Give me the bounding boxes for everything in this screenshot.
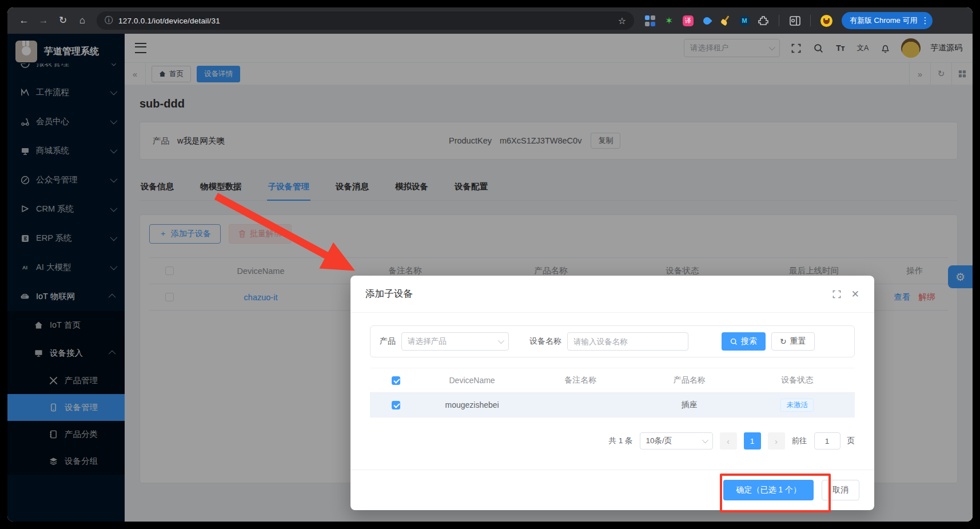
modal-header: 添加子设备 ✕ (350, 276, 874, 313)
select-all-checkbox[interactable] (392, 376, 400, 385)
extension-row: ✶ 译 M (644, 15, 832, 27)
button-label: 重置 (790, 336, 806, 347)
reload-icon[interactable]: ↻ (54, 12, 71, 29)
divider (810, 15, 811, 26)
refresh-icon: ↻ (780, 337, 787, 346)
profile-smiley-icon[interactable] (820, 15, 832, 27)
grid-extension-icon[interactable] (644, 15, 656, 26)
url-text[interactable]: 127.0.0.1/iot/device/detail/31 (118, 17, 220, 25)
chrome-update-button[interactable]: 有新版 Chrome 可用 ⋮ (842, 12, 933, 29)
browser-menu-icon[interactable]: ⋮ (921, 15, 929, 26)
page-size-select[interactable]: 10条/页 (640, 432, 713, 450)
column-header: 备注名称 (521, 375, 639, 385)
row-checkbox[interactable] (392, 401, 400, 409)
site-info-icon[interactable]: ⓘ (105, 15, 113, 26)
address-bar[interactable]: ⓘ 127.0.0.1/iot/device/detail/31 ☆ (97, 11, 634, 30)
modal-search-form: 产品 请选择产品 设备名称 搜索 ↻ 重置 (370, 325, 855, 357)
broom-extension-icon[interactable] (720, 15, 731, 26)
search-button[interactable]: 搜索 (722, 332, 766, 351)
chevron-down-icon (702, 437, 708, 443)
forward-icon[interactable]: → (35, 12, 52, 29)
modal-table-header-row: DeviceName 备注名称 产品名称 设备状态 (370, 368, 855, 393)
side-panel-search-icon[interactable] (789, 15, 800, 26)
page-unit-label: 页 (847, 436, 855, 446)
modal-table: DeviceName 备注名称 产品名称 设备状态 mougezishebei … (370, 368, 855, 417)
screen: ← → ↻ ⌂ ⓘ 127.0.0.1/iot/device/detail/31… (0, 0, 980, 529)
reset-button[interactable]: ↻ 重置 (771, 332, 815, 351)
product-filter-label: 产品 (380, 336, 396, 347)
search-icon (730, 338, 738, 345)
status-badge: 未激活 (780, 399, 814, 412)
bookmark-star-icon[interactable]: ☆ (618, 15, 626, 26)
page-size-value: 10条/页 (646, 436, 672, 446)
total-count: 共 1 条 (608, 436, 632, 446)
translate-extension-icon[interactable]: 译 (683, 15, 694, 26)
button-label: 搜索 (741, 336, 757, 347)
browser-window: ← → ↻ ⌂ ⓘ 127.0.0.1/iot/device/detail/31… (7, 7, 973, 522)
drop-extension-icon[interactable] (702, 15, 712, 26)
pagination: 共 1 条 10条/页 ‹ 1 › 前往 页 (370, 432, 855, 450)
column-header: 设备状态 (739, 375, 855, 385)
device-name-cell: mougezishebei (423, 400, 522, 409)
browser-toolbar: ← → ↻ ⌂ ⓘ 127.0.0.1/iot/device/detail/31… (7, 7, 973, 34)
modal-table-row: mougezishebei 插座 未激活 (370, 393, 855, 417)
m-extension-icon[interactable]: M (739, 15, 750, 26)
chevron-down-icon (498, 337, 504, 344)
annotation-rectangle (720, 474, 831, 512)
modal-fullscreen-icon[interactable] (832, 290, 841, 299)
home-icon[interactable]: ⌂ (74, 12, 91, 29)
column-header: 产品名称 (639, 375, 740, 385)
product-select[interactable]: 请选择产品 (401, 332, 509, 351)
modal-title: 添加子设备 (365, 288, 413, 300)
device-name-input[interactable] (567, 332, 688, 351)
goto-label: 前往 (792, 436, 807, 446)
current-page[interactable]: 1 (744, 432, 761, 450)
extensions-puzzle-icon[interactable] (758, 15, 769, 26)
product-select-placeholder: 请选择产品 (408, 336, 447, 347)
prev-page-button[interactable]: ‹ (720, 432, 737, 450)
goto-page-input[interactable] (814, 432, 840, 450)
next-page-button[interactable]: › (768, 432, 785, 450)
device-name-filter-label: 设备名称 (529, 336, 561, 347)
column-header: DeviceName (423, 376, 522, 385)
star-extension-icon[interactable]: ✶ (663, 15, 675, 26)
chrome-update-label: 有新版 Chrome 可用 (850, 15, 917, 26)
divider (779, 15, 779, 26)
modal-close-icon[interactable]: ✕ (851, 288, 859, 300)
back-icon[interactable]: ← (15, 12, 33, 29)
product-cell: 插座 (639, 400, 740, 410)
